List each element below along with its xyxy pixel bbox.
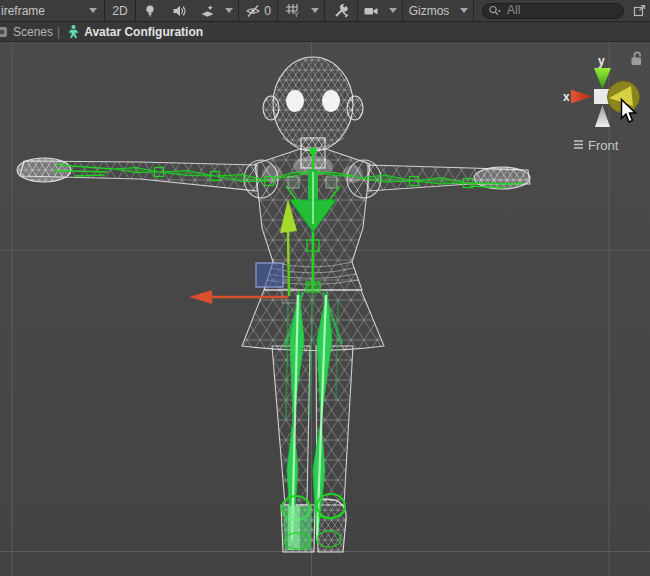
shading-mode-label: ireframe (1, 4, 45, 18)
axis-y-cone[interactable] (594, 68, 611, 89)
search-area (474, 0, 628, 21)
search-icon (488, 5, 502, 17)
breadcrumb-separator: | (57, 25, 60, 39)
chevron-down-icon (225, 8, 233, 13)
audio-speaker-icon (172, 4, 187, 18)
breadcrumb-current: Avatar Configuration (66, 24, 203, 39)
hamburger-menu-icon (574, 141, 583, 148)
grid-axis-label: Y (294, 11, 299, 18)
neck-joint[interactable] (310, 148, 317, 155)
scene-viewport[interactable]: y x Front (0, 42, 650, 576)
grid-dropdown[interactable] (306, 0, 324, 21)
view-orientation-gizmo: y x Front (563, 52, 641, 153)
scene-effects-button[interactable] (194, 0, 220, 21)
gizmos-caret-button[interactable] (455, 0, 473, 21)
scene-canvas: y x Front (0, 42, 650, 576)
hidden-eye-icon (245, 4, 261, 18)
chevron-down-icon (89, 8, 97, 13)
tools-wrench-icon (334, 4, 349, 18)
move-plane-handle[interactable] (256, 263, 283, 287)
scene-effects-dropdown[interactable] (220, 0, 238, 21)
breadcrumb-root[interactable]: Scenes (13, 25, 53, 39)
chevron-down-icon (460, 8, 468, 13)
chevron-down-icon (389, 8, 397, 13)
axis-neg-y-cone[interactable] (595, 105, 610, 127)
avatar-wireframe-model (17, 57, 530, 552)
scene-toolbar: ireframe 2D (0, 0, 650, 22)
front-view-menu[interactable]: Front (574, 138, 619, 153)
scene-visibility-button[interactable]: 0 (239, 0, 277, 21)
chevron-down-icon (311, 8, 319, 13)
avatar-icon (66, 24, 81, 39)
camera-icon (363, 4, 379, 18)
grid-visibility-button[interactable]: Y (278, 0, 306, 21)
camera-dropdown[interactable] (384, 0, 402, 21)
search-field (482, 3, 624, 19)
2d-label: 2D (112, 4, 127, 18)
axis-x-cone[interactable] (571, 90, 592, 104)
gizmos-dropdown[interactable]: Gizmos (403, 0, 455, 21)
hidden-count-label: 0 (264, 4, 271, 18)
maximize-window-button[interactable] (628, 0, 650, 21)
shading-mode-dropdown[interactable]: ireframe (0, 0, 104, 21)
breadcrumb: Scenes | Avatar Configuration (0, 22, 650, 42)
light-bulb-icon (143, 4, 157, 18)
scene-audio-button[interactable] (164, 0, 194, 21)
view-label: Front (588, 138, 619, 153)
lock-icon[interactable] (632, 52, 642, 65)
axis-y-label: y (598, 54, 605, 68)
scene-camera-button[interactable] (358, 0, 384, 21)
breadcrumb-current-label: Avatar Configuration (84, 25, 203, 39)
toggle-2d-button[interactable]: 2D (105, 0, 135, 21)
effects-layers-icon (200, 4, 215, 18)
axis-x-label: x (563, 90, 570, 104)
component-tools-button[interactable] (325, 0, 357, 21)
scene-lighting-button[interactable] (136, 0, 164, 21)
search-input[interactable] (482, 3, 624, 19)
scene-asset-icon (0, 25, 9, 39)
popout-window-icon (633, 4, 646, 17)
grid-icon: Y (285, 3, 300, 18)
scene-view-window: ireframe 2D (0, 0, 650, 576)
gizmos-label: Gizmos (409, 4, 450, 18)
